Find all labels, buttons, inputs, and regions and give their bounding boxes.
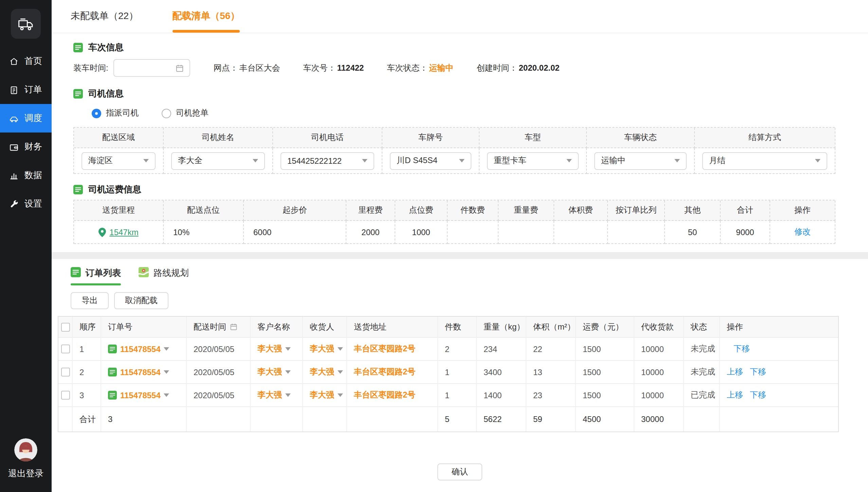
qty-cell: 1 (438, 384, 477, 407)
freight-cell: 1500 (576, 384, 634, 407)
cancel-loading-button[interactable]: 取消配载 (114, 292, 168, 309)
column-header: 收货人 (303, 317, 347, 338)
vehicle-status-select[interactable]: 运输中 (594, 152, 687, 170)
move-down-link[interactable]: 下移 (734, 343, 750, 355)
chevron-down-icon (143, 159, 149, 162)
sidebar-bottom: 退出登录 (0, 438, 52, 492)
receiver-select[interactable]: 李大强 (310, 343, 343, 355)
piece-fee-cell (448, 221, 499, 244)
calendar-icon (230, 323, 238, 331)
tab-unloaded-orders[interactable]: 未配载单（22） (71, 0, 138, 33)
network-field: 网点： 丰台区大会 (214, 62, 280, 74)
column-header: 送货地址 (347, 317, 438, 338)
customer-select[interactable]: 李大强 (257, 366, 291, 378)
column-header: 结算方式 (695, 128, 835, 148)
row-checkbox[interactable] (61, 368, 70, 376)
sidebar-item-label: 设置 (24, 198, 42, 210)
receiver-select[interactable]: 李大强 (310, 366, 343, 378)
column-header: 配送区域 (74, 128, 164, 148)
move-down-link[interactable]: 下移 (750, 366, 766, 378)
row-checkbox[interactable] (61, 391, 70, 400)
order-no-select[interactable]: 115478554 (108, 367, 169, 377)
avatar[interactable] (14, 438, 37, 461)
region-select[interactable]: 海淀区 (82, 152, 156, 170)
trip-info-section-header: 车次信息 (73, 41, 868, 54)
sidebar-item-dispatch[interactable]: 调度 (0, 104, 52, 133)
sheet-icon (73, 185, 83, 194)
driver-name-select[interactable]: 李大全 (171, 152, 265, 170)
radio-driver-grab[interactable]: 司机抢单 (162, 107, 209, 119)
receiver-select[interactable]: 李大强 (310, 389, 343, 401)
dispatch-car-icon (9, 113, 19, 123)
customer-select[interactable]: 李大强 (257, 389, 291, 401)
totals-cod: 30000 (634, 407, 684, 432)
delivery-time-cell: 2020/05/05 (187, 338, 251, 361)
chevron-down-icon (459, 159, 465, 162)
section-title: 司机信息 (88, 88, 124, 100)
orders-table-header: 顺序 订单号 配送时间 客户名称 收货人 送货地址 件数 重量（kg） 体积（m… (58, 317, 838, 338)
sheet-icon (71, 267, 81, 279)
mileage-link[interactable]: 1547km (109, 227, 138, 237)
sidebar-item-settings[interactable]: 设置 (0, 190, 52, 218)
move-down-link[interactable]: 下移 (750, 389, 766, 401)
chevron-down-icon (253, 159, 258, 162)
tab-order-list[interactable]: 订单列表 (71, 267, 121, 285)
sheet-icon (73, 89, 83, 99)
status-cell: 未完成 (684, 338, 720, 361)
radio-assign-driver[interactable]: 指派司机 (92, 107, 139, 119)
totals-freight: 4500 (576, 407, 634, 432)
driver-phone-select[interactable]: 154425222122 (281, 152, 374, 170)
customer-select[interactable]: 李大强 (257, 343, 291, 355)
order-actions: 导出 取消配载 (71, 292, 868, 309)
order-no-select[interactable]: 115478554 (108, 390, 169, 400)
plate-number-select[interactable]: 川D S45S4 (390, 152, 471, 170)
sidebar-item-label: 数据 (24, 169, 42, 181)
export-button[interactable]: 导出 (71, 292, 109, 309)
chevron-down-icon (285, 370, 291, 374)
column-header: 操作 (720, 317, 838, 338)
weight-cell: 234 (477, 338, 526, 361)
total-fee-cell: 9000 (721, 221, 770, 244)
sidebar-item-home[interactable]: 首页 (0, 47, 52, 75)
move-up-link[interactable]: 上移 (727, 389, 743, 401)
tab-route-planning[interactable]: 路线规划 (139, 267, 189, 285)
move-up-link[interactable]: 上移 (727, 366, 743, 378)
order-ratio-cell (608, 221, 665, 244)
volume-cell: 23 (526, 384, 576, 407)
settlement-select[interactable]: 月结 (702, 152, 827, 170)
column-header: 司机姓名 (164, 128, 273, 148)
chevron-down-icon (338, 370, 343, 374)
weight-fee-cell (499, 221, 554, 244)
column-header: 顺序 (73, 317, 101, 338)
row-checkbox[interactable] (61, 345, 70, 353)
loading-time-label: 装车时间: (73, 62, 108, 74)
confirm-button[interactable]: 确认 (437, 463, 482, 480)
totals-weight: 5622 (477, 407, 526, 432)
loading-time-input[interactable] (114, 59, 191, 77)
sidebar-item-label: 订单 (24, 84, 42, 96)
sidebar-item-orders[interactable]: 订单 (0, 75, 52, 104)
sidebar-menu: 首页 订单 调度 财务 (0, 47, 52, 218)
chevron-down-icon (164, 370, 169, 374)
vehicle-type-select[interactable]: 重型卡车 (487, 152, 579, 170)
column-header: 起步价 (244, 200, 346, 221)
logout-button[interactable]: 退出登录 (8, 468, 43, 480)
order-no-select[interactable]: 115478554 (108, 344, 169, 354)
section-title: 司机运费信息 (88, 183, 141, 196)
chevron-down-icon (566, 159, 572, 162)
address-cell: 丰台区枣园路2号 (354, 366, 415, 378)
chevron-down-icon (338, 347, 343, 351)
sidebar-item-finance[interactable]: 财务 (0, 133, 52, 161)
delivery-time-cell: 2020/05/05 (187, 384, 251, 407)
column-header: 送货里程 (74, 200, 164, 221)
sidebar-item-data[interactable]: 数据 (0, 161, 52, 190)
select-all-checkbox[interactable] (61, 322, 70, 331)
seq-cell: 1 (73, 338, 101, 361)
tab-loading-list[interactable]: 配载清单（56） (172, 0, 240, 33)
cod-cell: 10000 (634, 384, 684, 407)
edit-link[interactable]: 修改 (794, 226, 811, 238)
sidebar: 首页 订单 调度 财务 (0, 0, 52, 492)
sheet-icon (108, 345, 117, 353)
column-header: 重量（kg） (477, 317, 526, 338)
column-header: 车牌号 (382, 128, 480, 148)
